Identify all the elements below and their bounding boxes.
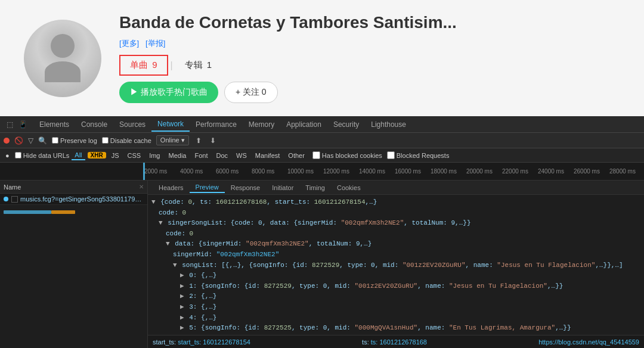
tl-4000: 4000 ms (179, 168, 215, 175)
preview-content: ▼ {code: 0, ts: 1601212678168, start_ts:… (148, 195, 644, 335)
preview-tab-headers[interactable]: Headers (153, 183, 190, 192)
artist-section: Banda de Cornetas y Tambores Santisim...… (0, 0, 644, 116)
disable-cache-checkbox[interactable]: Disable cache (102, 137, 151, 144)
tab-singles[interactable]: 单曲 9 (119, 55, 168, 76)
filter-media[interactable]: Media (165, 151, 189, 160)
preview-tab-timing[interactable]: Timing (299, 183, 331, 192)
json-arr-0: ▶ 0: {,…} (151, 271, 640, 281)
devtools-icons: ⬚ 📱 (5, 120, 27, 129)
json-songlist-line: ▼ songList: [{,…}, {songInfo: {id: 82725… (151, 260, 640, 271)
avatar (24, 20, 101, 97)
tab-application[interactable]: Application (280, 118, 327, 131)
json-line-1: ▼ {code: 0, ts: 1601212678168, start_ts:… (151, 197, 640, 208)
filter-ws[interactable]: WS (233, 151, 250, 160)
json-arr-5: ▶ 5: {songInfo: {id: 8272525, type: 0, m… (151, 323, 640, 334)
json-arr-1: ▶ 1: {songInfo: {id: 8272529, type: 0, m… (151, 281, 640, 292)
preserve-log-checkbox[interactable]: Preserve log (52, 137, 97, 144)
preview-tabs: Headers Preview Response Initiator Timin… (148, 181, 644, 195)
tl-26000: 26000 ms (572, 168, 608, 175)
tab-memory[interactable]: Memory (243, 118, 280, 131)
tab-performance[interactable]: Performance (190, 118, 243, 131)
tab-sources[interactable]: Sources (113, 118, 151, 131)
filter-font[interactable]: Font (191, 151, 210, 160)
filter-xhr[interactable]: XHR (88, 152, 106, 159)
action-buttons: ▶ 播放歌手热门歌曲 + 关注 0 (119, 82, 620, 103)
tab-console[interactable]: Console (75, 118, 113, 131)
filter-img[interactable]: Img (146, 151, 163, 160)
tl-18000: 18000 ms (429, 168, 465, 175)
import-icon[interactable]: ⬆ (194, 136, 203, 145)
preview-tab-preview[interactable]: Preview (190, 182, 225, 193)
tl-8000: 8000 ms (250, 168, 286, 175)
request-list: Name ✕ musics.fcg?=getSingerSong53380117… (0, 181, 148, 348)
tab-network[interactable]: Network (151, 117, 190, 132)
tl-22000: 22000 ms (501, 168, 537, 175)
csdn-link[interactable]: https://blog.csdn.net/qq_45414559 (538, 338, 639, 346)
export-icon[interactable]: ⬇ (208, 136, 218, 145)
follow-button[interactable]: + 关注 0 (224, 82, 278, 103)
status-ts: ts: ts: 1601212678168 (362, 338, 427, 346)
preview-tab-initiator[interactable]: Initiator (266, 183, 299, 192)
preview-panel: Headers Preview Response Initiator Timin… (148, 181, 644, 348)
has-blocked-cookies-checkbox[interactable]: Has blocked cookies (312, 151, 382, 159)
tab-albums[interactable]: 专辑 1 (175, 56, 222, 74)
tl-20000: 20000 ms (465, 168, 501, 175)
close-panel-icon[interactable]: ✕ (139, 184, 144, 190)
tl-6000: 6000 ms (215, 168, 250, 175)
request-item[interactable]: musics.fcg?=getSingerSong533801179652016… (0, 194, 147, 205)
filter-all[interactable]: All (72, 151, 85, 160)
json-arr-3: ▶ 3: {,…} (151, 302, 640, 313)
report-link[interactable]: [举报] (145, 39, 165, 48)
filter-doc[interactable]: Doc (213, 151, 231, 160)
tab-divider: | (171, 60, 173, 71)
request-status-dot (4, 197, 8, 201)
filter-manifest[interactable]: Manifest (252, 151, 283, 160)
inspect-icon[interactable]: ⬚ (5, 120, 14, 129)
preserve-log-label: Preserve log (60, 137, 97, 144)
svg-rect-1 (51, 210, 75, 214)
request-checkbox[interactable] (11, 196, 18, 203)
disable-cache-label: Disable cache (110, 137, 151, 144)
play-hot-songs-button[interactable]: ▶ 播放歌手热门歌曲 (119, 82, 218, 103)
filter-icon[interactable]: ▽ (28, 136, 33, 145)
tl-2000: 2000 ms (143, 168, 179, 175)
artist-info: Banda de Cornetas y Tambores Santisim...… (119, 13, 620, 103)
timeline-bar: 2000 ms 4000 ms 6000 ms 8000 ms 10000 ms… (0, 163, 644, 181)
json-sl-code-line: code: 0 (151, 229, 640, 240)
filter-other[interactable]: Other (285, 151, 308, 160)
json-code-line: code: 0 (151, 208, 640, 219)
request-list-header: Name ✕ (0, 181, 147, 194)
record-button[interactable] (4, 138, 10, 144)
preview-tab-cookies[interactable]: Cookies (331, 183, 367, 192)
devtools-panel: ⬚ 📱 Elements Console Sources Network Per… (0, 116, 644, 348)
waterfall-svg (4, 209, 141, 216)
status-bar: start_ts: start_ts: 1601212678154 ts: ts… (148, 335, 644, 348)
start-ts-value[interactable]: start_ts: 1601212678154 (178, 338, 250, 346)
tl-10000: 10000 ms (286, 168, 322, 175)
preview-tab-response[interactable]: Response (225, 183, 267, 192)
filter-js[interactable]: JS (109, 151, 122, 160)
json-data-line: ▼ data: {singerMid: "002qmfXm3h2NE2", to… (151, 239, 640, 250)
devtools-filter-row: ● Hide data URLs All XHR JS CSS Img Medi… (0, 148, 644, 163)
blocked-requests-checkbox[interactable]: Blocked Requests (387, 151, 450, 159)
artist-title: Banda de Cornetas y Tambores Santisim... (119, 13, 620, 32)
clear-icon[interactable]: 🚫 (14, 136, 23, 145)
request-name: musics.fcg?=getSingerSong533801179652016… (20, 195, 144, 203)
json-arr-4: ▶ 4: {,…} (151, 313, 640, 324)
json-arr-2: ▶ 2: {,…} (151, 291, 640, 302)
tl-16000: 16000 ms (394, 168, 429, 175)
devtools-toolbar: 🚫 ▽ 🔍 Preserve log Disable cache Online … (0, 133, 644, 148)
more-link[interactable]: [更多] (119, 39, 139, 48)
ts-value[interactable]: ts: 1601212678168 (371, 338, 427, 346)
tab-elements[interactable]: Elements (33, 118, 75, 131)
timeline-labels: 2000 ms 4000 ms 6000 ms 8000 ms 10000 ms… (0, 168, 644, 175)
filter-css[interactable]: CSS (125, 151, 144, 160)
hide-data-urls-checkbox[interactable]: Hide data URLs (15, 152, 70, 159)
device-icon[interactable]: 📱 (18, 120, 27, 129)
tab-lighthouse[interactable]: Lighthouse (365, 118, 412, 131)
search-icon[interactable]: 🔍 (38, 136, 47, 145)
tl-12000: 12000 ms (322, 168, 358, 175)
online-select[interactable]: Online ▾ (156, 135, 189, 145)
tab-security[interactable]: Security (327, 118, 365, 131)
filter-record[interactable]: ● (2, 151, 13, 160)
